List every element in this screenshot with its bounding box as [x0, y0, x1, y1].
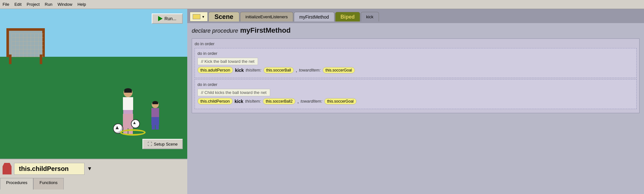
- tabs-bar: ▼ Scene initializeEventListeners myFirst…: [187, 9, 644, 23]
- character-icon: [3, 163, 12, 174]
- run-button-label: Run...: [165, 16, 176, 21]
- object-selector: this.childPerson ▼: [0, 159, 187, 178]
- tab-scene[interactable]: Scene: [208, 12, 239, 21]
- viewport: Run... ⛶ Setup Scene: [0, 9, 187, 159]
- object-dropdown-arrow[interactable]: ▼: [87, 166, 92, 172]
- subject-token-1[interactable]: this.adultPerson: [197, 67, 233, 73]
- child-torso: [151, 108, 159, 117]
- adult-hair: [124, 88, 132, 93]
- adult-torso: [123, 97, 133, 110]
- kick-keyword-2: kick: [235, 99, 243, 104]
- param2-token-1[interactable]: this.soccerGoal: [323, 67, 355, 73]
- child-pants: [151, 117, 159, 125]
- yellow-ring: [120, 129, 146, 136]
- left-bottom: this.childPerson ▼ Procedures Functions: [0, 159, 187, 194]
- play-icon: [158, 16, 163, 21]
- inner-block-1-label: do in order: [197, 51, 634, 56]
- param1-label-1: thisItem:: [246, 68, 261, 72]
- soccer-ball-2: [131, 119, 140, 128]
- class-selector-arrow: ▼: [202, 15, 205, 19]
- main-content: Run... ⛶ Setup Scene this.childPerson ▼ …: [0, 9, 644, 194]
- tab-biped-label: Biped: [341, 14, 355, 20]
- comment-line-2: // Child kicks the ball toward the net: [197, 89, 634, 96]
- inner-block-1: do in order // Kick the ball toward the …: [195, 48, 637, 78]
- child-leg-right: [156, 125, 159, 130]
- menu-window[interactable]: Window: [58, 2, 72, 7]
- param2-label-2: towardItem:: [301, 99, 322, 104]
- setup-scene-button[interactable]: ⛶ Setup Scene: [142, 139, 183, 149]
- left-tabs: Procedures Functions: [0, 178, 187, 190]
- tab-init-label: initializeEventListeners: [246, 14, 288, 19]
- menubar: File Edit Project Run Window Help: [0, 0, 644, 9]
- procedure-name: myFirstMethod: [240, 26, 291, 34]
- tab-scene-label: Scene: [214, 13, 233, 21]
- menu-run[interactable]: Run: [45, 2, 52, 7]
- param2-token-2[interactable]: this.soccerGoal: [324, 98, 357, 105]
- expand-icon: ⛶: [148, 141, 152, 147]
- tab-initialize-event-listeners[interactable]: initializeEventListeners: [240, 12, 293, 21]
- inner-block-2: do in order // Child kicks the ball towa…: [195, 79, 637, 109]
- object-name-box: this.childPerson: [14, 163, 85, 175]
- subject-token-2[interactable]: this.childPerson: [197, 98, 233, 105]
- kick-line-2: this.childPerson kick thisItem: this.soc…: [197, 98, 634, 105]
- goal-net: [12, 33, 44, 57]
- kick-line-1: this.adultPerson kick thisItem: this.soc…: [197, 67, 634, 73]
- tab-kick-label: kick: [366, 14, 373, 19]
- object-name: this.childPerson: [19, 165, 69, 172]
- class-selector[interactable]: ▼: [190, 12, 208, 21]
- tab-myfirst-label: myFirstMethod: [299, 14, 329, 20]
- comma-2: ,: [297, 99, 299, 104]
- setup-scene-label: Setup Scene: [154, 142, 178, 147]
- child-hair: [152, 101, 158, 104]
- declare-procedure-header: declare procedure myFirstMethod: [192, 26, 640, 35]
- goal-post-left: [9, 55, 12, 64]
- adult-waist: [123, 110, 133, 114]
- tab-my-first-method[interactable]: myFirstMethod: [294, 12, 334, 21]
- right-panel: ▼ Scene initializeEventListeners myFirst…: [187, 9, 644, 194]
- child-legs: [151, 125, 159, 130]
- param1-token-2[interactable]: this.soccerBall2: [263, 98, 295, 105]
- comment-2: // Child kicks the ball toward the net: [197, 89, 270, 96]
- menu-file[interactable]: File: [3, 2, 9, 7]
- declare-prefix: declare procedure: [192, 28, 238, 34]
- tab-kick[interactable]: kick: [361, 12, 379, 21]
- param2-label-1: towardItem:: [299, 68, 321, 72]
- tab-functions-label: Functions: [39, 180, 57, 185]
- soccer-goal: [6, 28, 51, 63]
- child-head: [152, 101, 159, 108]
- comment-line-1: // Kick the ball toward the net: [197, 58, 634, 65]
- tab-functions[interactable]: Functions: [33, 178, 63, 190]
- tab-biped[interactable]: Biped: [335, 12, 360, 21]
- outer-do-in-order-label: do in order: [195, 41, 637, 46]
- comma-1: ,: [296, 68, 297, 73]
- child-person-figure: [149, 101, 162, 131]
- adult-head: [124, 88, 133, 97]
- inner-block-2-label: do in order: [197, 82, 634, 87]
- left-panel: Run... ⛶ Setup Scene this.childPerson ▼ …: [0, 9, 187, 194]
- tab-procedures-label: Procedures: [6, 180, 27, 185]
- class-color-swatch: [193, 14, 200, 19]
- kick-keyword-1: kick: [235, 68, 244, 73]
- outer-do-in-order: do in order do in order // Kick the ball…: [192, 38, 640, 113]
- run-button[interactable]: Run...: [152, 13, 183, 24]
- param1-token-1[interactable]: this.soccerBall: [263, 67, 294, 73]
- menu-edit[interactable]: Edit: [14, 2, 21, 7]
- param1-label-2: thisItem:: [245, 99, 261, 104]
- comment-1: // Kick the ball toward the net: [197, 58, 258, 65]
- menu-project[interactable]: Project: [27, 2, 39, 7]
- tab-procedures[interactable]: Procedures: [0, 178, 33, 190]
- child-leg-left: [152, 125, 155, 130]
- code-area: declare procedure myFirstMethod do in or…: [187, 23, 644, 194]
- goal-frame: [6, 28, 45, 57]
- goal-post-right: [40, 55, 42, 64]
- menu-help[interactable]: Help: [77, 2, 86, 7]
